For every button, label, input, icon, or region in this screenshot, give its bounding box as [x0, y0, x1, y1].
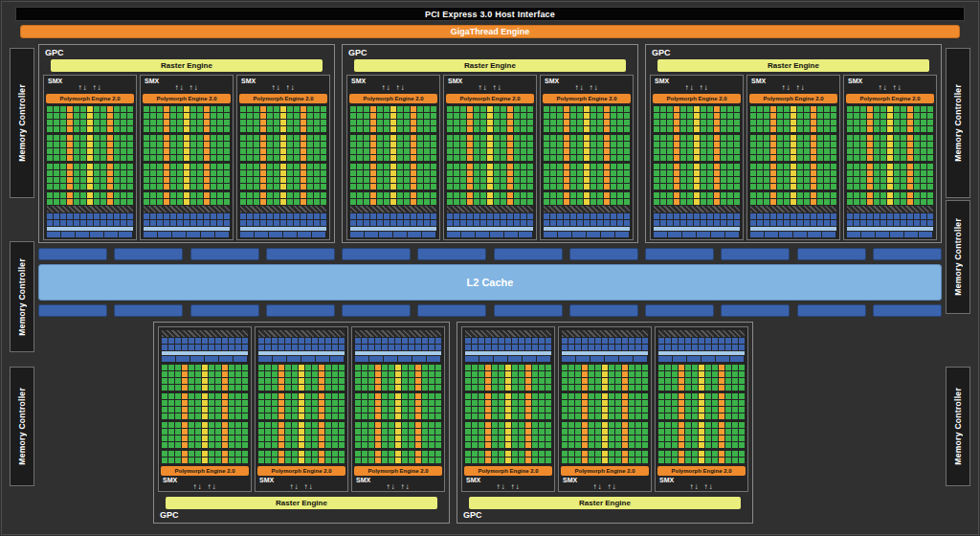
ldst-unit-cell: [791, 106, 796, 112]
ldst-unit-cell: [584, 164, 590, 169]
cuda-core-cell: [215, 422, 221, 428]
dp-unit-cell: [260, 164, 266, 169]
cuda-core-cell: [635, 393, 641, 399]
cuda-core-cell: [235, 407, 241, 413]
cuda-core-cell: [687, 126, 693, 132]
cuda-core-cell: [325, 422, 331, 428]
cuda-core-cell: [854, 113, 859, 119]
ldst-unit-cell: [487, 177, 493, 183]
cuda-core-cell: [874, 184, 880, 190]
cuda-core-cell: [195, 371, 201, 377]
cuda-core-cell: [575, 365, 581, 370]
cuda-core-cell: [114, 126, 120, 132]
cuda-core-cell: [927, 135, 933, 141]
cuda-core-cell: [292, 413, 298, 419]
cuda-core-cell: [824, 120, 830, 125]
cuda-core-cell: [609, 407, 614, 413]
cuda-core-cell: [514, 177, 520, 183]
cuda-core-cell: [235, 393, 241, 399]
cuda-core-cell: [389, 385, 394, 391]
core-row-group: [654, 135, 740, 161]
dp-unit-cell: [411, 148, 416, 154]
cuda-core-cell: [447, 177, 453, 183]
texture-unit-cell: [280, 213, 286, 219]
dp-unit-cell: [622, 393, 628, 399]
dp-unit-cell: [67, 126, 73, 132]
cuda-core-cell: [562, 365, 568, 370]
texture-l1-bar: [240, 227, 326, 231]
ldst-unit-cell: [699, 422, 704, 428]
ldst-unit-cell: [505, 378, 511, 384]
cuda-core-cell: [660, 199, 666, 205]
cuda-core-cell: [429, 451, 434, 457]
smx-block: SMX↑↓ ↑↓Polymorph Engine 2.0: [540, 75, 634, 240]
ldst-unit-cell: [280, 113, 286, 119]
cuda-core-cell: [312, 385, 318, 391]
ldst-unit-cell: [87, 148, 93, 154]
gpc-label: GPC: [160, 510, 179, 520]
cuda-core-cell: [150, 135, 156, 141]
dp-unit-cell: [907, 177, 913, 183]
cuda-core-cell: [339, 407, 345, 413]
cuda-core-cell: [60, 106, 66, 112]
dp-unit-cell: [525, 365, 531, 370]
cuda-core-cell: [629, 393, 635, 399]
cuda-core-cell: [189, 429, 194, 435]
dp-unit-cell: [674, 135, 679, 141]
texture-unit-cell: [67, 220, 73, 226]
cuda-core-cell: [364, 126, 369, 132]
cuda-core-cell: [127, 192, 133, 198]
cuda-core-cell: [325, 436, 331, 441]
cuda-core-cell: [570, 113, 576, 119]
smx-label: SMX: [259, 477, 274, 483]
cuda-core-cell: [804, 126, 810, 132]
cuda-core-cell: [927, 120, 933, 125]
dp-unit-cell: [525, 371, 531, 377]
cuda-core-cell: [550, 199, 556, 205]
dp-unit-cell: [674, 184, 679, 190]
cuda-core-cell: [562, 442, 568, 448]
cuda-core-cell: [527, 113, 533, 119]
texture-unit-cell: [494, 220, 500, 226]
cuda-core-cell: [804, 184, 810, 190]
ldst-unit-cell: [505, 393, 511, 399]
dp-unit-cell: [107, 164, 113, 169]
cuda-core-cell: [521, 106, 526, 112]
cuda-core-cell: [854, 192, 859, 198]
cuda-core-cell: [480, 113, 486, 119]
cuda-core-cell: [402, 451, 408, 457]
cuda-core-cell: [287, 113, 293, 119]
texture-unit-cell: [532, 338, 538, 344]
dp-unit-cell: [260, 120, 266, 125]
cuda-core-cell: [777, 170, 783, 176]
cuda-core-cell: [492, 407, 498, 413]
texture-unit-cell: [604, 213, 610, 219]
cuda-core-cell: [732, 365, 738, 370]
cuda-core-cell: [692, 458, 698, 463]
texture-unit-cell: [824, 220, 830, 226]
cuda-core-cell: [611, 106, 616, 112]
cuda-core-cell: [209, 393, 214, 399]
cuda-core-cell: [209, 371, 214, 377]
dispatch-arrows-icon: ↑↓ ↑↓: [747, 84, 839, 92]
cuda-core-cell: [777, 184, 783, 190]
cuda-core-cell: [47, 199, 53, 205]
ldst-unit-cell: [299, 458, 304, 463]
texture-unit-cell: [575, 338, 581, 344]
cuda-core-cell: [272, 400, 278, 406]
texture-unit-cell: [635, 345, 641, 350]
dp-unit-cell: [714, 106, 720, 112]
texture-unit-cell: [725, 345, 731, 350]
cuda-core-cell: [305, 413, 311, 419]
cuda-core-cell: [80, 199, 86, 205]
dp-unit-cell: [867, 135, 873, 141]
cuda-core-cell: [480, 120, 486, 125]
texture-unit-cell: [339, 345, 345, 350]
dp-unit-cell: [415, 378, 421, 384]
dp-unit-cell: [375, 393, 381, 399]
texture-unit-cell: [247, 220, 253, 226]
ldst-unit-cell: [694, 199, 700, 205]
cuda-core-cell: [707, 155, 713, 161]
dp-unit-cell: [582, 365, 588, 370]
cuda-core-cell: [705, 451, 711, 457]
